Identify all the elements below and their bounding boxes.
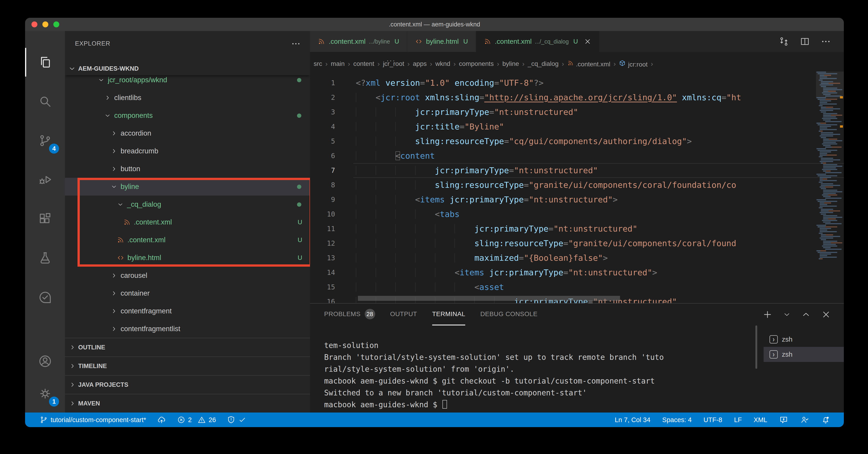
section-outline[interactable]: OUTLINE	[65, 338, 310, 356]
line-number: 1	[310, 76, 335, 90]
activitybar-project-manager[interactable]	[25, 280, 65, 315]
tree-item-contentfragmentlist[interactable]: contentfragmentlist	[65, 320, 310, 338]
indentation-setting[interactable]: Spaces: 4	[662, 416, 691, 424]
minimap-line	[819, 233, 823, 234]
workspace-trust-indicator[interactable]	[227, 416, 246, 424]
section-maven[interactable]: MAVEN	[65, 394, 310, 413]
tree-item-button[interactable]: button	[65, 160, 310, 178]
editor-tab[interactable]: .content.xml.../_cq_dialogU	[476, 31, 599, 52]
encoding-setting[interactable]: UTF-8	[704, 416, 722, 424]
breadcrumb-separator: ›	[562, 60, 564, 68]
terminal-output[interactable]: tem-solutionBranch 'tutorial/style-syste…	[324, 333, 748, 413]
tree-item--content-xml[interactable]: .content.xmlU	[65, 213, 310, 231]
beaker-icon[interactable]	[38, 251, 53, 265]
code-token: "cq/gui/components/authoring/dialog"	[509, 136, 687, 146]
minimap-line	[820, 135, 833, 136]
activitybar-testing[interactable]	[25, 241, 65, 275]
minimap-line	[820, 253, 831, 255]
tree-item-accordion[interactable]: accordion	[65, 124, 310, 142]
tree-item-breadcrumb[interactable]: breadcrumb	[65, 142, 310, 160]
tree-item--cq-dialog[interactable]: _cq_dialog	[65, 196, 310, 213]
breadcrumb-item[interactable]: content	[353, 60, 374, 67]
panel-tab-debug-console[interactable]: DEBUG CONSOLE	[480, 303, 537, 325]
language-mode[interactable]: XML	[753, 416, 767, 424]
breadcrumb-item[interactable]: src	[314, 60, 322, 67]
bell-icon[interactable]	[821, 415, 830, 424]
files-icon[interactable]	[38, 55, 53, 69]
activitybar-search[interactable]	[25, 84, 65, 119]
minimap-line	[820, 179, 827, 180]
extensions-icon[interactable]	[38, 212, 53, 226]
minimap-line	[821, 111, 826, 112]
section-timeline[interactable]: TIMELINE	[65, 356, 310, 375]
tree-item-components[interactable]: components	[65, 107, 310, 124]
editor-tab[interactable]: .content.xml.../bylineU	[310, 31, 407, 52]
ellipsis-icon[interactable]	[291, 39, 301, 49]
section-java-projects[interactable]: JAVA PROJECTS	[65, 375, 310, 394]
activitybar-accounts[interactable]	[25, 344, 65, 378]
tree-item-byline[interactable]: byline	[65, 178, 310, 196]
more-actions-icon[interactable]	[820, 36, 831, 47]
activitybar-run-debug[interactable]	[25, 163, 65, 197]
terminal-scrollbar[interactable]	[755, 325, 757, 369]
breadcrumb-item[interactable]: wknd	[435, 60, 450, 67]
breadcrumb-item[interactable]: byline	[502, 60, 519, 67]
breadcrumb-item[interactable]: main	[331, 60, 345, 67]
activitybar-explorer[interactable]	[25, 45, 65, 79]
new-terminal-icon[interactable]	[762, 309, 773, 320]
branch-indicator[interactable]: tutorial/custom-component-start*	[40, 416, 146, 424]
activitybar-extensions[interactable]	[25, 202, 65, 236]
activitybar-source-control[interactable]: 4	[25, 124, 65, 158]
panel-tab-terminal[interactable]: TERMINAL	[432, 303, 465, 325]
chevron-right-icon	[69, 381, 76, 388]
run-debug-icon[interactable]	[38, 172, 53, 187]
panel-tab-output[interactable]: OUTPUT	[390, 303, 417, 325]
panel-tab-problems[interactable]: PROBLEMS28	[324, 303, 375, 325]
breadcrumb-item[interactable]: apps	[413, 60, 427, 67]
split-editor-icon[interactable]	[800, 36, 810, 47]
panel-actions	[762, 303, 831, 325]
tree-item-carousel[interactable]: carousel	[65, 267, 310, 285]
chevron-up-icon[interactable]	[801, 310, 811, 320]
breadcrumb-item[interactable]: components	[459, 60, 494, 67]
chevron-down-icon[interactable]	[783, 311, 791, 319]
horizontal-scrollbar[interactable]	[358, 296, 620, 301]
minimap[interactable]	[816, 71, 844, 303]
tree-item-container[interactable]: container	[65, 285, 310, 302]
editor-tab[interactable]: byline.htmlU	[407, 31, 476, 52]
tab-close-icon[interactable]	[584, 38, 591, 45]
person-icon[interactable]	[800, 415, 809, 424]
problems-indicator[interactable]: 2 26	[177, 416, 216, 424]
sync-changes-button[interactable]	[157, 415, 166, 424]
cursor-position[interactable]: Ln 7, Col 34	[615, 416, 650, 424]
minimap-line	[825, 121, 842, 122]
code-line: 4 jcr:title="Byline"	[310, 120, 844, 134]
close-icon[interactable]	[821, 310, 831, 320]
terminal-instance-2[interactable]: ❯zsh	[764, 347, 844, 362]
check-pin-icon[interactable]	[38, 290, 53, 305]
search-icon[interactable]	[38, 94, 53, 109]
feedback-icon[interactable]	[779, 415, 788, 424]
minimap-line	[823, 190, 837, 191]
code-editor[interactable]: 1<?xml version="1.0" encoding="UTF-8"?>2…	[310, 76, 844, 303]
breadcrumb-item[interactable]: _cq_dialog	[528, 60, 558, 67]
tree-item--content-xml[interactable]: .content.xmlU	[65, 231, 310, 249]
problems-count-badge: 28	[365, 309, 375, 319]
eol-setting[interactable]: LF	[734, 416, 742, 424]
workspace-section-header[interactable]: AEM-GUIDES-WKND	[65, 62, 310, 75]
compare-changes-icon[interactable]	[779, 36, 789, 47]
breadcrumb-item-symbol[interactable]: jcr:root	[619, 60, 648, 68]
git-modified-dot	[297, 202, 301, 207]
line-number: 9	[310, 192, 335, 207]
breadcrumb-item-file[interactable]: .content.xml	[567, 60, 611, 68]
terminal-instance-1[interactable]: ❯zsh	[764, 332, 844, 347]
minimap-line	[821, 132, 833, 133]
account-icon[interactable]	[38, 354, 52, 368]
tree-item-byline-html[interactable]: byline.htmlU	[65, 249, 310, 267]
code-line: 10 <tabs	[310, 207, 844, 222]
tree-item-clientlibs[interactable]: clientlibs	[65, 89, 310, 107]
cloud-upload-icon	[157, 415, 166, 424]
tree-item-label: byline.html	[127, 254, 161, 262]
tree-item-contentfragment[interactable]: contentfragment	[65, 302, 310, 320]
activitybar-settings[interactable]: 1	[25, 377, 65, 411]
